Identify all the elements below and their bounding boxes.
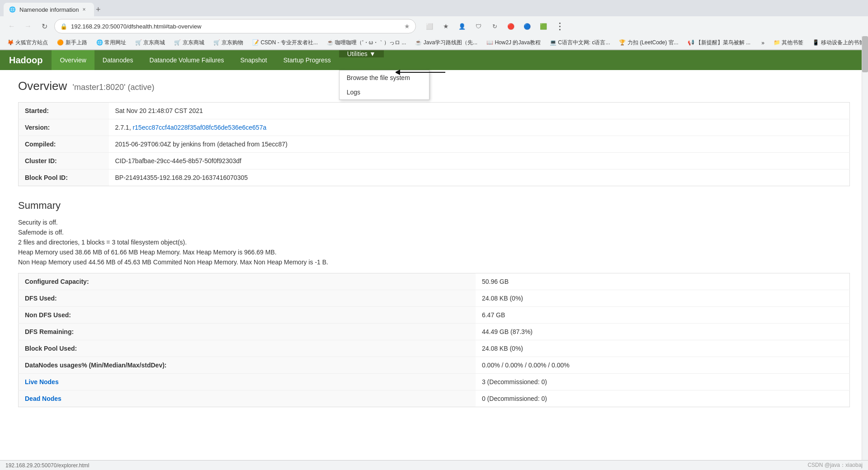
table-row: Version: 2.7.1, r15ecc87ccf4a0228f35af08… <box>19 119 850 136</box>
tab-title: Namenode information <box>19 6 79 13</box>
new-tab-button[interactable]: + <box>96 5 101 14</box>
extensions-button[interactable]: ⬜ <box>423 20 436 33</box>
summary-val-dfsused: 24.08 KB (0%) <box>476 290 850 307</box>
summary-key-blockpool: Block Pool Used: <box>19 340 476 357</box>
browser-actions: ⬜ ★ 👤 🛡 ↻ 🔴 🔵 🟩 ⋮ <box>423 20 566 33</box>
scrollbar-thumb[interactable] <box>862 36 868 72</box>
address-security-icon: 🔒 <box>60 23 67 30</box>
bookmark-common[interactable]: 🌐 常用网址 <box>93 38 130 47</box>
nav-datanode-volume-failures[interactable]: Datanode Volume Failures <box>142 50 232 70</box>
scrollbar[interactable] <box>862 36 868 460</box>
page-subtitle: 'master1:8020' (active) <box>71 83 155 92</box>
summary-key-livenodes: Live Nodes <box>19 374 476 390</box>
extension1-button[interactable]: 🔴 <box>505 20 517 33</box>
summary-val-livenodes: 3 (Decommissioned: 0) <box>476 374 850 390</box>
table-row: DFS Used: 24.08 KB (0%) <box>19 290 850 307</box>
bookmark-curry[interactable]: ☕ 咖哩咖哩（'・ω・｀）っロ ... <box>323 38 410 47</box>
summary-key-nondfs: Non DFS Used: <box>19 307 476 324</box>
bookmark-csdn[interactable]: 📝 CSDN - 专业开发者社... <box>249 38 321 47</box>
bookmark-button[interactable]: ★ <box>439 20 452 33</box>
info-val-clusterid: CID-17bafbae-29cc-44e5-8b57-50f0f92303df <box>109 153 850 169</box>
bookmark-jd2[interactable]: 🛒 京东商城 <box>170 38 208 47</box>
table-row: Started: Sat Nov 20 21:48:07 CST 2021 <box>19 103 850 119</box>
bookmark-how2j[interactable]: 📖 How2J 的Java教程 <box>483 38 544 47</box>
dropdown-logs[interactable]: Logs <box>340 85 429 99</box>
summary-nonheap: Non Heap Memory used 44.56 MB of 45.63 M… <box>18 258 850 266</box>
summary-val-remaining: 44.49 GB (87.3%) <box>476 324 850 340</box>
nav-datanodes[interactable]: Datanodes <box>94 50 142 70</box>
summary-key-capacity: Configured Capacity: <box>19 273 476 290</box>
info-key-compiled: Compiled: <box>19 136 109 153</box>
refresh-button[interactable]: ↻ <box>38 20 51 33</box>
tab-close-button[interactable]: × <box>83 6 86 13</box>
table-row: Dead Nodes 0 (Decommissioned: 0) <box>19 390 850 407</box>
table-row: Non DFS Used: 6.47 GB <box>19 307 850 324</box>
nav-startup-progress[interactable]: Startup Progress <box>275 50 339 70</box>
bookmark-rookie[interactable]: 📢 【新提醒】菜鸟被解 ... <box>684 38 755 47</box>
back-button[interactable]: ← <box>5 20 18 33</box>
bookmark-mobile[interactable]: 📱 移动设备上的书签 <box>809 38 868 47</box>
tab-favicon: 🌐 <box>9 6 16 13</box>
nav-overview[interactable]: Overview <box>52 50 94 70</box>
extension2-button[interactable]: 🔵 <box>521 20 533 33</box>
info-val-version: 2.7.1, r15ecc87ccf4a0228f35af08fc56de536… <box>109 119 850 136</box>
info-val-compiled: 2015-06-29T06:04Z by jenkins from (detac… <box>109 136 850 153</box>
shield-button[interactable]: 🛡 <box>472 20 485 33</box>
browser-chrome: 🌐 Namenode information × + ← → ↻ 🔒 192.1… <box>0 0 868 50</box>
summary-val-datanodes-usage: 0.00% / 0.00% / 0.00% / 0.00% <box>476 357 850 374</box>
summary-key-datanodes-usage: DataNodes usages% (Min/Median/Max/stdDev… <box>19 357 476 374</box>
bookmark-leetcode[interactable]: 🏆 力扣 (LeetCode) 官... <box>615 38 682 47</box>
summary-val-capacity: 50.96 GB <box>476 273 850 290</box>
bookmark-clang[interactable]: 💻 C语言中文网: c语言... <box>546 38 614 47</box>
info-key-clusterid: Cluster ID: <box>19 153 109 169</box>
bookmark-jd3[interactable]: 🛒 京东购物 <box>210 38 247 47</box>
bookmark-newbie[interactable]: 🟠 新手上路 <box>53 38 90 47</box>
bookmarks-more[interactable]: » <box>758 39 768 47</box>
dropdown-browse-filesystem[interactable]: Browse the file system <box>340 70 429 85</box>
menu-button[interactable]: ⋮ <box>553 20 566 33</box>
active-tab[interactable]: 🌐 Namenode information × <box>4 3 94 16</box>
nav-snapshot[interactable]: Snapshot <box>232 50 275 70</box>
table-row: DataNodes usages% (Min/Median/Max/stdDev… <box>19 357 850 374</box>
hadoop-brand: Hadoop <box>0 50 52 70</box>
page-title: Overview 'master1:8020' (active) <box>18 79 850 93</box>
extension3-button[interactable]: 🟩 <box>537 20 550 33</box>
table-row: Live Nodes 3 (Decommissioned: 0) <box>19 374 850 390</box>
summary-safemode: Safemode is off. <box>18 229 850 236</box>
hadoop-navbar: Hadoop Overview Datanodes Datanode Volum… <box>0 50 868 70</box>
summary-title: Summary <box>18 200 850 212</box>
info-val-started: Sat Nov 20 21:48:07 CST 2021 <box>109 103 850 119</box>
utilities-label: Utilities <box>347 50 368 57</box>
history-button[interactable]: ↻ <box>488 20 501 33</box>
table-row: Block Pool ID: BP-214914355-192.168.29.2… <box>19 169 850 186</box>
address-star-icon: ★ <box>404 23 410 30</box>
info-val-blockpool: BP-214914355-192.168.29.20-1637416070305 <box>109 169 850 186</box>
summary-key-dfsused: DFS Used: <box>19 290 476 307</box>
summary-heap: Heap Memory used 38.66 MB of 61.66 MB He… <box>18 249 850 256</box>
bookmark-firefox[interactable]: 🦊 火狐官方站点 <box>4 38 52 47</box>
nav-utilities[interactable]: Utilities ▼ <box>339 50 384 57</box>
summary-val-deadnodes: 0 (Decommissioned: 0) <box>476 390 850 407</box>
status-bar: 192.168.29.20:50070/explorer.html CSDN @… <box>0 460 868 470</box>
forward-button[interactable]: → <box>22 20 34 33</box>
version-link[interactable]: r15ecc87ccf4a0228f35af08fc56de536e6ce657… <box>132 124 266 131</box>
main-content: Overview 'master1:8020' (active) Started… <box>0 70 868 416</box>
bookmarks-bar: 🦊 火狐官方站点 🟠 新手上路 🌐 常用网址 🛒 京东商城 🛒 京东商城 🛒 京… <box>0 36 868 50</box>
summary-key-remaining: DFS Remaining: <box>19 324 476 340</box>
bookmark-jd1[interactable]: 🛒 京东商城 <box>132 38 169 47</box>
info-table: Started: Sat Nov 20 21:48:07 CST 2021 Ve… <box>18 102 850 186</box>
table-row: Block Pool Used: 24.08 KB (0%) <box>19 340 850 357</box>
table-row: Configured Capacity: 50.96 GB <box>19 273 850 290</box>
browser-controls: ← → ↻ 🔒 192.168.29.20:50070/dfshealth.ht… <box>0 16 868 36</box>
dead-nodes-link[interactable]: Dead Nodes <box>25 395 61 402</box>
dropdown-chevron-icon: ▼ <box>369 50 376 57</box>
summary-key-deadnodes: Dead Nodes <box>19 390 476 407</box>
table-row: Cluster ID: CID-17bafbae-29cc-44e5-8b57-… <box>19 153 850 169</box>
account-button[interactable]: 👤 <box>456 20 468 33</box>
bookmark-java[interactable]: ☕ Java学习路线图（先... <box>411 38 481 47</box>
bookmark-other[interactable]: 📁 其他书签 <box>770 38 807 47</box>
address-bar[interactable]: 🔒 192.168.29.20:50070/dfshealth.html#tab… <box>54 19 416 33</box>
info-key-version: Version: <box>19 119 109 136</box>
tab-bar: 🌐 Namenode information × + <box>0 0 868 16</box>
live-nodes-link[interactable]: Live Nodes <box>25 378 59 385</box>
